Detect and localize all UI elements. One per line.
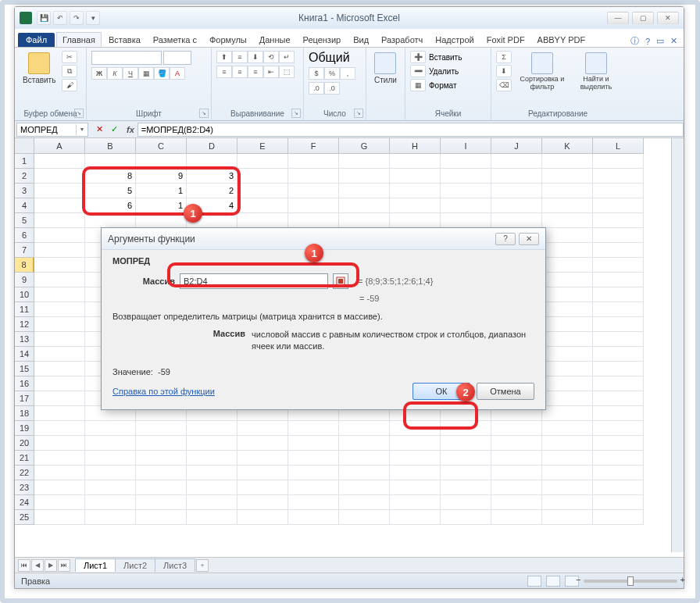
cell[interactable] [593, 302, 644, 317]
cell[interactable]: 9 [136, 169, 187, 184]
cell[interactable] [593, 421, 644, 436]
cell[interactable] [593, 436, 644, 451]
close-button[interactable]: ✕ [657, 12, 679, 24]
cell[interactable] [441, 510, 491, 525]
cell[interactable] [542, 169, 593, 184]
cell[interactable] [491, 213, 542, 228]
alignment-launcher[interactable]: ↘ [291, 109, 301, 118]
cell[interactable] [441, 480, 491, 495]
cell[interactable] [390, 421, 441, 436]
tab-data[interactable]: Данные [254, 33, 296, 47]
cell[interactable] [288, 198, 339, 213]
row-header[interactable]: 2 [15, 169, 34, 184]
tab-addins[interactable]: Надстрой [430, 33, 479, 47]
cell[interactable] [136, 213, 187, 228]
row-header[interactable]: 9 [15, 273, 34, 287]
cell[interactable] [238, 466, 288, 480]
cell[interactable] [542, 510, 593, 525]
view-normal-icon[interactable] [527, 576, 541, 587]
row-header[interactable]: 22 [15, 466, 34, 480]
cell[interactable] [593, 198, 644, 213]
col-header[interactable]: F [288, 138, 339, 154]
cell[interactable] [593, 243, 644, 258]
col-header[interactable]: K [542, 138, 593, 154]
cell[interactable] [593, 287, 644, 302]
cell[interactable] [288, 436, 339, 451]
delete-cells-icon[interactable]: ➖ [410, 65, 426, 77]
cell[interactable] [85, 421, 136, 436]
cell[interactable] [85, 154, 136, 169]
align-right-icon[interactable]: ≡ [248, 66, 263, 78]
file-tab[interactable]: Файл [18, 33, 55, 47]
cell[interactable] [441, 184, 491, 198]
dec-increase-icon[interactable]: .0 [309, 82, 324, 95]
cell[interactable] [542, 421, 593, 436]
cancel-button[interactable]: Отмена [477, 383, 534, 400]
cell[interactable] [288, 184, 339, 198]
cell[interactable] [187, 451, 238, 466]
cell[interactable] [288, 510, 339, 525]
cell[interactable] [593, 258, 644, 273]
cell[interactable] [390, 495, 441, 510]
cell[interactable] [542, 213, 593, 228]
cell[interactable] [34, 317, 85, 332]
cell[interactable] [339, 466, 390, 480]
cell[interactable] [542, 243, 593, 258]
percent-icon[interactable]: % [324, 67, 340, 80]
cell[interactable] [238, 154, 288, 169]
sheet-nav-prev-icon[interactable]: ◀ [31, 559, 44, 572]
cell[interactable] [34, 421, 85, 436]
cell[interactable] [593, 317, 644, 332]
cell[interactable] [34, 184, 85, 198]
cell[interactable] [85, 510, 136, 525]
cell[interactable] [542, 406, 593, 421]
row-header[interactable]: 17 [15, 391, 34, 406]
cell[interactable] [491, 169, 542, 184]
row-header[interactable]: 10 [15, 287, 34, 302]
italic-button[interactable]: К [107, 67, 123, 80]
col-header[interactable]: G [339, 138, 390, 154]
row-header[interactable]: 13 [15, 332, 34, 347]
cell[interactable] [238, 421, 288, 436]
cell[interactable] [390, 436, 441, 451]
cell[interactable] [34, 406, 85, 421]
cell[interactable] [34, 302, 85, 317]
cell[interactable] [339, 495, 390, 510]
format-cells-icon[interactable]: ▦ [410, 79, 426, 91]
autosum-icon[interactable]: Σ [496, 51, 512, 63]
fx-icon[interactable]: fx [127, 125, 134, 134]
cell[interactable] [339, 436, 390, 451]
styles-button[interactable]: Стили [371, 51, 400, 86]
cell[interactable] [136, 495, 187, 510]
cell[interactable] [238, 480, 288, 495]
format-painter-icon[interactable]: 🖌 [62, 79, 77, 91]
cell[interactable] [542, 184, 593, 198]
cell[interactable] [593, 495, 644, 510]
cell[interactable] [34, 228, 85, 243]
row-header[interactable]: 19 [15, 421, 34, 436]
cell[interactable] [390, 510, 441, 525]
cell[interactable] [593, 332, 644, 347]
cell[interactable]: 8 [85, 169, 136, 184]
row-header[interactable]: 24 [15, 495, 34, 510]
row-header[interactable]: 25 [15, 510, 34, 525]
minimize-button[interactable]: — [607, 12, 629, 24]
indent-dec-icon[interactable]: ⇤ [263, 66, 279, 78]
tab-foxit[interactable]: Foxit PDF [481, 33, 530, 47]
qat-save-icon[interactable]: 💾 [37, 11, 51, 25]
cell[interactable] [593, 376, 644, 391]
view-layout-icon[interactable] [546, 576, 560, 587]
cell[interactable] [238, 495, 288, 510]
number-launcher[interactable]: ↘ [354, 109, 363, 118]
cell[interactable] [491, 495, 542, 510]
cell[interactable] [542, 451, 593, 466]
underline-button[interactable]: Ч [123, 67, 138, 80]
cell[interactable] [85, 480, 136, 495]
select-all-corner[interactable] [15, 138, 34, 154]
row-header[interactable]: 18 [15, 406, 34, 421]
cell[interactable] [593, 228, 644, 243]
cell[interactable] [136, 510, 187, 525]
row-header[interactable]: 3 [15, 184, 34, 198]
cell[interactable] [593, 154, 644, 169]
dec-decrease-icon[interactable]: .0 [324, 82, 340, 95]
